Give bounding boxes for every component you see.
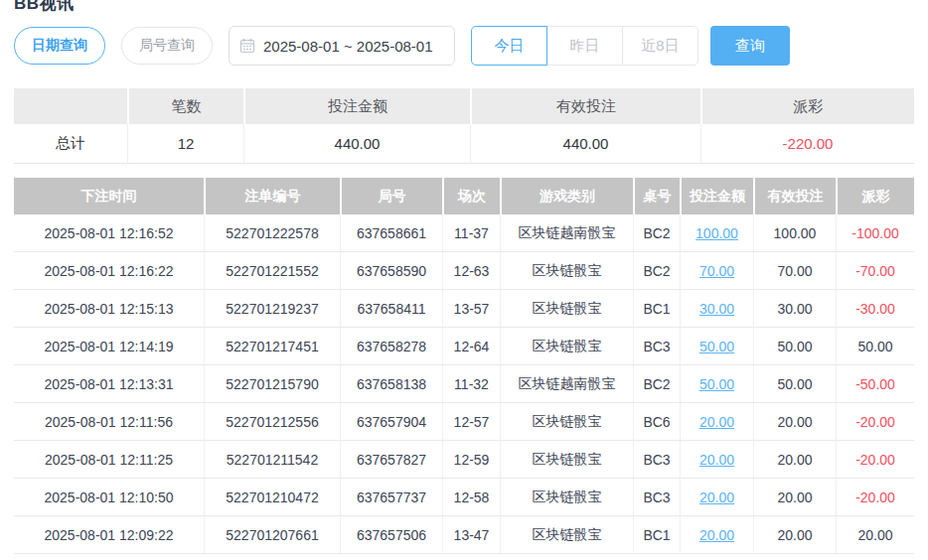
table-row: 2025-08-01 12:10:50522701210472637657737… (14, 479, 914, 516)
summary-header-bet-amount: 投注金额 (243, 88, 470, 124)
cell-time: 2025-08-01 12:11:25 (14, 441, 204, 479)
cell-payout: -20.00 (836, 403, 914, 441)
last-8-days-button[interactable]: 近8日 (622, 26, 698, 66)
header-game-type: 游戏类别 (500, 178, 633, 214)
cell-valid: 50.00 (753, 365, 836, 403)
date-range-input[interactable]: 2025-08-01 ~ 2025-08-01 (229, 26, 455, 66)
cell-order_no: 522701222578 (204, 214, 340, 252)
cell-payout: -50.00 (836, 365, 914, 403)
table-row: 2025-08-01 12:14:19522701217451637658278… (14, 328, 914, 365)
bet-amount-link[interactable]: 30.00 (699, 301, 734, 317)
header-table-no: 桌号 (633, 178, 680, 214)
header-session: 场次 (442, 178, 500, 214)
bet-record-panel: BB视讯 ✕ 日期查询 局号查询 2025-08-01 ~ 2025-08-01… (0, 0, 928, 554)
summary-header-payout: 派彩 (700, 88, 914, 124)
cell-game: 区块链骰宝 (500, 328, 633, 365)
summary-header-count: 笔数 (127, 88, 243, 124)
bet-amount-link[interactable]: 70.00 (699, 263, 734, 279)
close-icon[interactable]: ✕ (876, 0, 896, 6)
cell-table_no: BC1 (633, 516, 680, 554)
table-row: 2025-08-01 12:11:25522701211542637657827… (14, 441, 914, 479)
cell-bet: 20.00 (680, 516, 753, 554)
tab-date-query[interactable]: 日期查询 (14, 27, 105, 65)
cell-time: 2025-08-01 12:09:22 (14, 516, 204, 554)
cell-valid: 70.00 (753, 252, 836, 290)
cell-session: 12-57 (442, 403, 500, 441)
summary-total-row: 总计 12 440.00 440.00 -220.00 (14, 124, 914, 164)
cell-bet: 100.00 (680, 214, 753, 252)
table-row: 2025-08-01 12:09:22522701207661637657506… (14, 516, 914, 554)
cell-valid: 20.00 (753, 441, 836, 479)
cell-order_no: 522701207661 (204, 516, 340, 554)
table-row: 2025-08-01 12:16:52522701222578637658661… (14, 214, 914, 252)
cell-time: 2025-08-01 12:16:52 (14, 214, 204, 252)
cell-round_no: 637657737 (340, 479, 442, 516)
header-valid-bet: 有效投注 (753, 178, 836, 214)
header-bet-amount: 投注金额 (680, 178, 753, 214)
summary-header-row: 笔数 投注金额 有效投注 派彩 (14, 88, 914, 124)
quick-range-group: 今日 昨日 近8日 (471, 26, 698, 66)
bet-amount-link[interactable]: 100.00 (696, 225, 738, 241)
summary-valid-bet-value: 440.00 (470, 124, 700, 164)
bet-amount-link[interactable]: 50.00 (699, 376, 734, 392)
cell-game: 区块链骰宝 (500, 516, 633, 554)
cell-payout: -70.00 (836, 252, 914, 290)
cell-time: 2025-08-01 12:15:13 (14, 290, 204, 328)
bet-amount-link[interactable]: 50.00 (699, 339, 734, 354)
cell-time: 2025-08-01 12:13:31 (14, 365, 204, 403)
table-row: 2025-08-01 12:11:56522701212556637657904… (14, 403, 914, 441)
cell-order_no: 522701221552 (204, 252, 340, 290)
cell-session: 12-63 (442, 252, 500, 290)
cell-round_no: 637657827 (340, 441, 442, 479)
yesterday-button[interactable]: 昨日 (546, 26, 623, 66)
cell-game: 区块链骰宝 (500, 479, 633, 516)
search-button[interactable]: 查询 (710, 26, 790, 66)
cell-table_no: BC6 (633, 403, 680, 441)
summary-count-value: 12 (127, 124, 243, 164)
cell-session: 12-64 (442, 328, 500, 365)
bet-table-body: 2025-08-01 12:16:52522701222578637658661… (14, 214, 914, 554)
table-row: 2025-08-01 12:13:31522701215790637658138… (14, 365, 914, 403)
cell-round_no: 637658411 (340, 290, 442, 328)
cell-game: 区块链越南骰宝 (500, 365, 633, 403)
cell-order_no: 522701217451 (204, 328, 340, 365)
cell-game: 区块链越南骰宝 (500, 214, 633, 252)
cell-session: 13-57 (442, 290, 500, 328)
cell-table_no: BC3 (633, 441, 680, 479)
cell-bet: 50.00 (680, 328, 753, 365)
cell-table_no: BC2 (633, 365, 680, 403)
cell-order_no: 522701210472 (204, 479, 340, 516)
cell-bet: 50.00 (680, 365, 753, 403)
cell-bet: 20.00 (680, 403, 753, 441)
cell-table_no: BC2 (633, 252, 680, 290)
cell-valid: 20.00 (753, 403, 836, 441)
cell-table_no: BC1 (633, 290, 680, 328)
cell-round_no: 637658590 (340, 252, 442, 290)
bet-amount-link[interactable]: 20.00 (699, 527, 734, 543)
cell-order_no: 522701215790 (204, 365, 340, 403)
cell-payout: -20.00 (836, 479, 914, 516)
header-payout: 派彩 (836, 178, 914, 214)
cell-order_no: 522701219237 (204, 290, 340, 328)
cell-valid: 100.00 (753, 214, 836, 252)
today-button[interactable]: 今日 (471, 26, 547, 66)
cell-session: 11-37 (442, 214, 500, 252)
summary-table: 笔数 投注金额 有效投注 派彩 总计 12 440.00 440.00 -220… (14, 88, 914, 164)
bet-amount-link[interactable]: 20.00 (699, 490, 734, 505)
table-row: 2025-08-01 12:15:13522701219237637658411… (14, 290, 914, 328)
bet-amount-link[interactable]: 20.00 (699, 414, 734, 430)
cell-payout: 50.00 (836, 328, 914, 365)
summary-header-valid-bet: 有效投注 (470, 88, 700, 124)
cell-order_no: 522701211542 (204, 441, 340, 479)
tab-round-query[interactable]: 局号查询 (121, 27, 213, 65)
cell-session: 12-58 (442, 479, 500, 516)
cell-round_no: 637657506 (340, 516, 442, 554)
cell-game: 区块链骰宝 (500, 441, 633, 479)
topbar: BB视讯 ✕ (14, 0, 914, 6)
cell-round_no: 637658278 (340, 328, 442, 365)
summary-payout-value: -220.00 (700, 124, 914, 164)
bet-amount-link[interactable]: 20.00 (699, 452, 734, 468)
cell-payout: -100.00 (836, 214, 914, 252)
cell-valid: 20.00 (753, 516, 836, 554)
cell-game: 区块链骰宝 (500, 403, 633, 441)
